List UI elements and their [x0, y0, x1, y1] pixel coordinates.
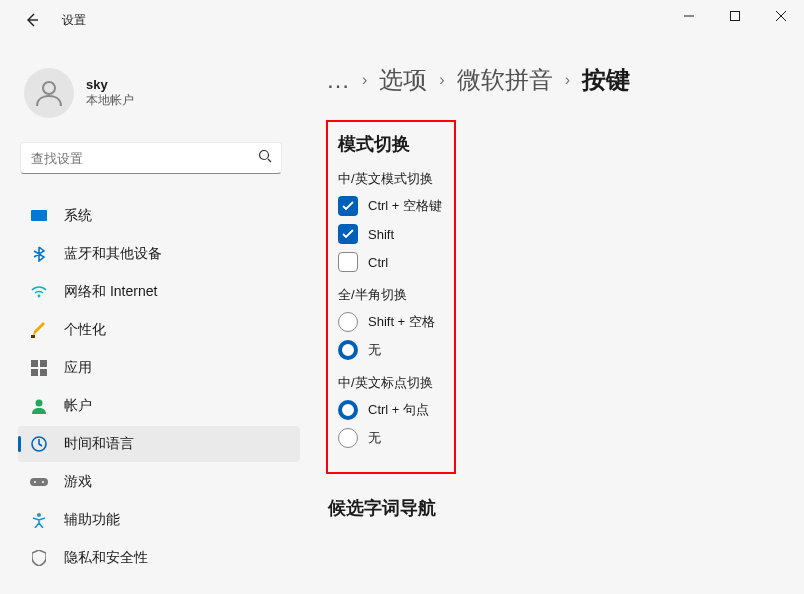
nav-item-gaming[interactable]: 游戏 — [18, 464, 300, 500]
nav-label: 隐私和安全性 — [64, 549, 148, 567]
radio-shift-space[interactable]: Shift + 空格 — [338, 312, 444, 332]
nav-item-accessibility[interactable]: 辅助功能 — [18, 502, 300, 538]
checkbox-icon — [338, 252, 358, 272]
user-name: sky — [86, 77, 134, 92]
shield-icon — [30, 549, 48, 567]
nav-label: 网络和 Internet — [64, 283, 157, 301]
svg-point-2 — [260, 151, 269, 160]
avatar — [24, 68, 74, 118]
checkbox-label: Ctrl — [368, 255, 388, 270]
accessibility-icon — [30, 511, 48, 529]
nav-label: 系统 — [64, 207, 92, 225]
checkbox-shift[interactable]: Shift — [338, 224, 444, 244]
radio-label: Shift + 空格 — [368, 313, 435, 331]
nav-label: 蓝牙和其他设备 — [64, 245, 162, 263]
window-title: 设置 — [62, 12, 86, 29]
user-block[interactable]: sky 本地帐户 — [18, 50, 302, 136]
candidate-nav-heading: 候选字词导航 — [328, 496, 796, 520]
svg-point-4 — [38, 295, 41, 298]
nav-item-network[interactable]: 网络和 Internet — [18, 274, 300, 310]
breadcrumb-item-pinyin[interactable]: 微软拼音 — [457, 64, 553, 96]
radio-punct-none[interactable]: 无 — [338, 428, 444, 448]
breadcrumb-ellipsis[interactable]: … — [326, 66, 350, 94]
nav-label: 应用 — [64, 359, 92, 377]
brush-icon — [30, 321, 48, 339]
maximize-button[interactable] — [712, 0, 758, 32]
window-controls — [666, 0, 804, 32]
checkbox-ctrl[interactable]: Ctrl — [338, 252, 444, 272]
highlight-box: 模式切换 中/英文模式切换 Ctrl + 空格键 Shift Ctrl 全/半角… — [326, 120, 456, 474]
chevron-right-icon: › — [565, 71, 570, 89]
radio-label: Ctrl + 句点 — [368, 401, 429, 419]
search-wrap — [20, 142, 282, 174]
nav-list: 系统 蓝牙和其他设备 网络和 Internet 个性化 应用 帐户 — [18, 196, 300, 578]
svg-point-13 — [34, 481, 36, 483]
gamepad-icon — [30, 473, 48, 491]
radio-full-half-none[interactable]: 无 — [338, 340, 444, 360]
mode-switch-heading: 模式切换 — [338, 132, 444, 156]
nav-label: 帐户 — [64, 397, 92, 415]
close-button[interactable] — [758, 0, 804, 32]
titlebar: 设置 — [0, 0, 804, 40]
minimize-icon — [684, 11, 694, 21]
svg-rect-8 — [31, 369, 38, 376]
svg-rect-12 — [30, 478, 48, 486]
radio-icon — [338, 312, 358, 332]
wifi-icon — [30, 283, 48, 301]
nav-item-personalization[interactable]: 个性化 — [18, 312, 300, 348]
cn-en-mode-heading: 中/英文模式切换 — [338, 170, 444, 188]
maximize-icon — [730, 11, 740, 21]
svg-rect-6 — [31, 360, 38, 367]
content-area: … › 选项 › 微软拼音 › 按键 模式切换 中/英文模式切换 Ctrl + … — [302, 40, 804, 594]
apps-icon — [30, 359, 48, 377]
checkbox-ctrl-space[interactable]: Ctrl + 空格键 — [338, 196, 444, 216]
checkbox-icon — [338, 196, 358, 216]
nav-item-time-language[interactable]: 时间和语言 — [18, 426, 300, 462]
checkbox-icon — [338, 224, 358, 244]
breadcrumb-item-options[interactable]: 选项 — [379, 64, 427, 96]
minimize-button[interactable] — [666, 0, 712, 32]
nav-item-accounts[interactable]: 帐户 — [18, 388, 300, 424]
breadcrumb-item-keys: 按键 — [582, 64, 630, 96]
full-half-heading: 全/半角切换 — [338, 286, 444, 304]
svg-rect-9 — [40, 369, 47, 376]
nav-item-system[interactable]: 系统 — [18, 198, 300, 234]
arrow-left-icon — [24, 12, 40, 28]
svg-rect-3 — [31, 210, 47, 221]
radio-ctrl-period[interactable]: Ctrl + 句点 — [338, 400, 444, 420]
account-icon — [30, 397, 48, 415]
svg-point-1 — [43, 82, 55, 94]
nav-item-bluetooth[interactable]: 蓝牙和其他设备 — [18, 236, 300, 272]
user-account-type: 本地帐户 — [86, 92, 134, 109]
nav-label: 个性化 — [64, 321, 106, 339]
svg-point-10 — [36, 400, 43, 407]
radio-icon — [338, 400, 358, 420]
svg-point-14 — [42, 481, 44, 483]
bluetooth-icon — [30, 245, 48, 263]
back-button[interactable] — [22, 10, 42, 30]
svg-rect-5 — [31, 335, 35, 338]
radio-icon — [338, 340, 358, 360]
radio-icon — [338, 428, 358, 448]
sidebar: sky 本地帐户 系统 蓝牙和其他设备 网络和 Internet — [0, 40, 302, 594]
nav-label: 时间和语言 — [64, 435, 134, 453]
system-icon — [30, 207, 48, 225]
breadcrumb: … › 选项 › 微软拼音 › 按键 — [326, 64, 796, 96]
radio-label: 无 — [368, 429, 381, 447]
nav-item-privacy[interactable]: 隐私和安全性 — [18, 540, 300, 576]
nav-item-apps[interactable]: 应用 — [18, 350, 300, 386]
punct-heading: 中/英文标点切换 — [338, 374, 444, 392]
person-icon — [32, 76, 66, 110]
search-input[interactable] — [20, 142, 282, 174]
nav-label: 辅助功能 — [64, 511, 120, 529]
search-icon — [258, 149, 272, 167]
chevron-right-icon: › — [439, 71, 444, 89]
svg-rect-7 — [40, 360, 47, 367]
checkbox-label: Shift — [368, 227, 394, 242]
globe-clock-icon — [30, 435, 48, 453]
svg-point-15 — [37, 513, 41, 517]
chevron-right-icon: › — [362, 71, 367, 89]
nav-label: 游戏 — [64, 473, 92, 491]
close-icon — [776, 11, 786, 21]
radio-label: 无 — [368, 341, 381, 359]
